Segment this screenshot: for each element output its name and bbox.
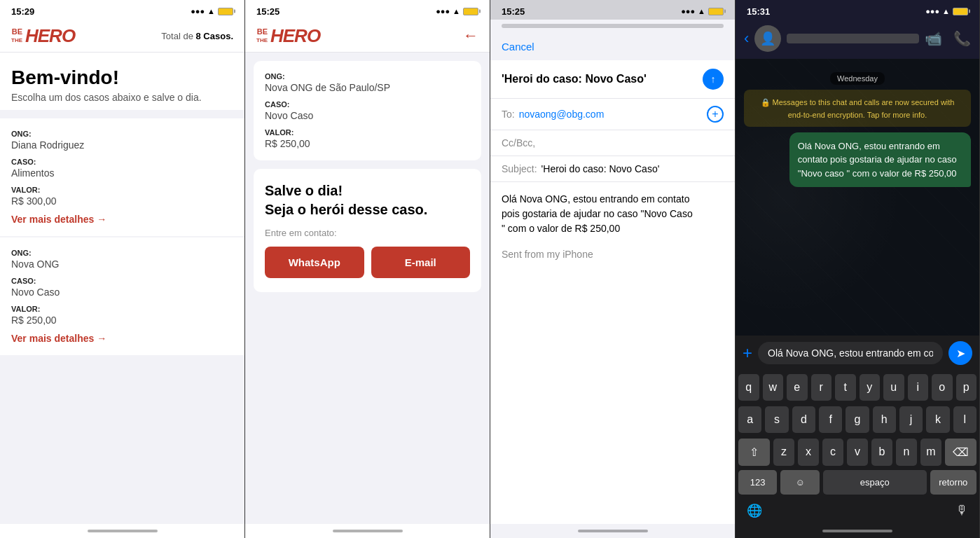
body-line-3: " com o valor de R$ 250,00 bbox=[502, 221, 724, 236]
wa-background-pattern bbox=[736, 59, 979, 336]
key-z[interactable]: z bbox=[773, 439, 794, 466]
ong-label-2: ONG: bbox=[11, 249, 233, 257]
wa-chat-area[interactable]: Wednesday 🔒 Messages to this chat and ca… bbox=[736, 59, 979, 336]
voice-call-icon[interactable]: 📞 bbox=[953, 30, 971, 47]
send-icon: ↑ bbox=[711, 74, 716, 85]
wa-message-bubble: Olá Nova ONG, estou entrando em contato … bbox=[789, 132, 971, 188]
app-header-1: BE THE HERO Total de 8 Casos. bbox=[0, 20, 244, 53]
ong-value-d: Nova ONG de São Paulo/SP bbox=[265, 82, 470, 93]
key-u[interactable]: u bbox=[883, 374, 904, 401]
back-button-2[interactable]: ← bbox=[463, 27, 478, 45]
email-button[interactable]: E-mail bbox=[371, 247, 471, 278]
valor-label-2: VALOR: bbox=[11, 305, 233, 313]
subject-value: 'Heroi do caso: Novo Caso' bbox=[541, 163, 660, 174]
header-total: Total de 8 Casos. bbox=[161, 31, 233, 41]
key-t[interactable]: t bbox=[835, 374, 856, 401]
email-gray-bar bbox=[502, 24, 724, 28]
status-time-3: 15:25 bbox=[502, 6, 525, 17]
ong-label-d: ONG: bbox=[265, 72, 470, 81]
key-space[interactable]: espaço bbox=[823, 470, 927, 495]
status-icons-4: ●●● ▲ bbox=[925, 7, 968, 15]
wa-send-button[interactable]: ➤ bbox=[948, 341, 972, 365]
key-n[interactable]: n bbox=[896, 439, 917, 466]
battery-icon-4 bbox=[953, 8, 968, 15]
cta-contact-label: Entre em contato: bbox=[265, 228, 470, 238]
case-card-2[interactable]: ONG: Nova ONG CASO: Novo Caso VALOR: R$ … bbox=[0, 237, 244, 355]
key-backspace[interactable]: ⌫ bbox=[945, 439, 976, 466]
screen1-content[interactable]: Bem-vindo! Escolha um dos casos abaixo e… bbox=[0, 53, 244, 524]
key-c[interactable]: c bbox=[822, 439, 843, 466]
key-j[interactable]: j bbox=[899, 406, 923, 433]
signal-icon-2: ●●● bbox=[436, 7, 450, 15]
key-mic[interactable]: 🎙 bbox=[955, 503, 968, 518]
key-l[interactable]: l bbox=[953, 406, 976, 433]
add-recipient-button[interactable]: + bbox=[707, 106, 724, 123]
key-r[interactable]: r bbox=[811, 374, 832, 401]
key-k[interactable]: k bbox=[926, 406, 949, 433]
key-d[interactable]: d bbox=[792, 406, 815, 433]
key-v[interactable]: v bbox=[847, 439, 868, 466]
status-bar-2: 15:25 ●●● ▲ bbox=[245, 0, 490, 20]
key-y[interactable]: y bbox=[860, 374, 881, 401]
wa-add-button[interactable]: + bbox=[743, 343, 752, 363]
key-b[interactable]: b bbox=[871, 439, 892, 466]
key-123[interactable]: 123 bbox=[738, 470, 777, 495]
case-card-1[interactable]: ONG: Diana Rodriguez CASO: Alimentos VAL… bbox=[0, 118, 244, 236]
key-o[interactable]: o bbox=[932, 374, 953, 401]
whatsapp-button[interactable]: WhatsApp bbox=[265, 247, 364, 278]
battery-icon-3 bbox=[708, 8, 724, 15]
detail-card: ONG: Nova ONG de São Paulo/SP CASO: Novo… bbox=[254, 61, 481, 160]
key-shift[interactable]: ⇧ bbox=[738, 439, 770, 466]
send-button[interactable]: ↑ bbox=[703, 69, 724, 90]
cta-buttons: WhatsApp E-mail bbox=[265, 247, 470, 278]
app-header-2: BE THE HERO ← bbox=[245, 20, 490, 53]
key-i[interactable]: i bbox=[908, 374, 929, 401]
key-q[interactable]: q bbox=[738, 374, 759, 401]
key-s[interactable]: s bbox=[765, 406, 788, 433]
home-bar-1 bbox=[0, 524, 244, 538]
key-emoji[interactable]: ☺ bbox=[780, 470, 819, 495]
valor-value-1: R$ 300,00 bbox=[11, 195, 233, 207]
wa-message-input[interactable] bbox=[758, 342, 943, 364]
wa-contact-name bbox=[787, 34, 919, 43]
key-g[interactable]: g bbox=[846, 406, 869, 433]
wa-input-area: + ➤ bbox=[736, 336, 979, 371]
key-w[interactable]: w bbox=[763, 374, 784, 401]
logo: BE THE HERO bbox=[11, 27, 75, 45]
caso-value-d: Novo Caso bbox=[265, 110, 470, 121]
details-link-1[interactable]: Ver mais detalhes → bbox=[11, 214, 233, 225]
logo-hero: HERO bbox=[25, 27, 75, 45]
screen-1: 15:29 ●●● ▲ BE THE HERO Total de 8 Casos… bbox=[0, 0, 245, 538]
to-value[interactable]: novaong@obg.com bbox=[519, 109, 707, 120]
caso-value-2: Novo Caso bbox=[11, 287, 233, 298]
sent-from: Sent from my iPhone bbox=[502, 247, 724, 262]
wa-send-icon: ➤ bbox=[956, 347, 965, 360]
status-bar-3: 15:25 ●●● ▲ bbox=[490, 0, 735, 20]
wifi-icon-2: ▲ bbox=[453, 7, 460, 15]
ong-value-2: Nova ONG bbox=[11, 258, 233, 270]
status-icons-2: ●●● ▲ bbox=[436, 7, 478, 15]
cancel-button[interactable]: Cancel bbox=[502, 41, 534, 53]
logo-be-2: BE bbox=[257, 28, 268, 36]
details-link-2[interactable]: Ver mais detalhes → bbox=[11, 333, 233, 344]
caso-label-1: CASO: bbox=[11, 158, 233, 166]
signal-icon-4: ●●● bbox=[925, 7, 939, 15]
keyboard-row-3: ⇧ z x c v b n m ⌫ bbox=[736, 435, 979, 468]
signal-icon-3: ●●● bbox=[681, 7, 695, 15]
screen-4: 15:31 ●●● ▲ ‹ 👤 📹 📞 Wednesday 🔒 Messages… bbox=[736, 0, 980, 538]
video-call-icon[interactable]: 📹 bbox=[925, 30, 942, 47]
key-p[interactable]: p bbox=[956, 374, 977, 401]
key-x[interactable]: x bbox=[798, 439, 819, 466]
key-f[interactable]: f bbox=[819, 406, 842, 433]
battery-icon-2 bbox=[463, 8, 478, 15]
wa-back-button[interactable]: ‹ bbox=[744, 29, 749, 48]
email-cc-row: Cc/Bcc, bbox=[490, 130, 735, 156]
key-h[interactable]: h bbox=[873, 406, 896, 433]
body-line-2: pois gostaria de ajudar no caso "Novo Ca… bbox=[502, 207, 724, 221]
caso-value-1: Alimentos bbox=[11, 167, 233, 179]
key-m[interactable]: m bbox=[920, 439, 941, 466]
key-return[interactable]: retorno bbox=[930, 470, 976, 495]
key-globe[interactable]: 🌐 bbox=[747, 503, 762, 518]
key-e[interactable]: e bbox=[787, 374, 808, 401]
key-a[interactable]: a bbox=[738, 406, 761, 433]
